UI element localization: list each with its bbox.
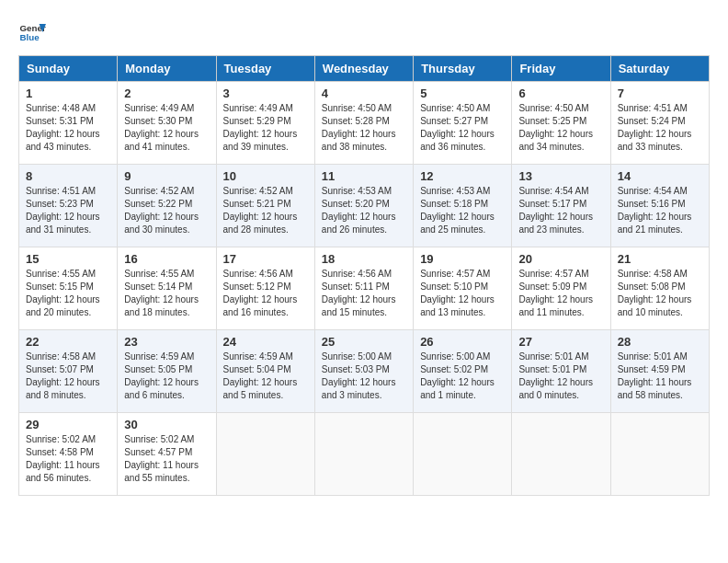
day-info: Sunrise: 4:59 AMSunset: 5:04 PMDaylight:… [223,350,308,402]
day-number: 23 [124,335,209,349]
day-info: Sunrise: 5:02 AMSunset: 4:58 PMDaylight:… [26,433,110,485]
calendar-week-row: 8Sunrise: 4:51 AMSunset: 5:23 PMDaylight… [19,165,710,247]
day-info: Sunrise: 4:49 AMSunset: 5:29 PMDaylight:… [223,102,308,154]
day-number: 10 [223,169,308,183]
calendar-week-row: 22Sunrise: 4:58 AMSunset: 5:07 PMDayligh… [19,330,710,413]
calendar-cell [414,413,512,496]
day-number: 30 [124,418,209,431]
day-number: 8 [26,169,110,183]
day-info: Sunrise: 4:55 AMSunset: 5:15 PMDaylight:… [26,268,110,319]
day-info: Sunrise: 4:56 AMSunset: 5:12 PMDaylight:… [223,268,308,319]
calendar-cell: 20Sunrise: 4:57 AMSunset: 5:09 PMDayligh… [512,247,610,330]
day-info: Sunrise: 4:53 AMSunset: 5:18 PMDaylight:… [420,185,505,236]
day-info: Sunrise: 4:53 AMSunset: 5:20 PMDaylight:… [322,185,406,236]
day-info: Sunrise: 4:57 AMSunset: 5:10 PMDaylight:… [420,268,505,319]
weekday-header-sunday: Sunday [19,56,118,82]
calendar-cell: 9Sunrise: 4:52 AMSunset: 5:22 PMDaylight… [118,165,216,247]
day-info: Sunrise: 4:59 AMSunset: 5:05 PMDaylight:… [124,350,209,402]
day-info: Sunrise: 4:54 AMSunset: 5:16 PMDaylight:… [618,185,702,236]
calendar-cell: 26Sunrise: 5:00 AMSunset: 5:02 PMDayligh… [414,330,512,413]
calendar-cell: 10Sunrise: 4:52 AMSunset: 5:21 PMDayligh… [216,165,314,247]
day-info: Sunrise: 4:50 AMSunset: 5:28 PMDaylight:… [322,102,406,154]
day-number: 17 [223,252,308,266]
day-info: Sunrise: 4:49 AMSunset: 5:30 PMDaylight:… [124,102,209,154]
day-info: Sunrise: 5:00 AMSunset: 5:03 PMDaylight:… [322,350,406,402]
weekday-header-saturday: Saturday [610,56,709,82]
weekday-header-monday: Monday [118,56,216,82]
day-number: 28 [618,335,702,349]
calendar-cell: 5Sunrise: 4:50 AMSunset: 5:27 PMDaylight… [414,82,512,165]
calendar-cell: 28Sunrise: 5:01 AMSunset: 4:59 PMDayligh… [610,330,709,413]
day-info: Sunrise: 4:55 AMSunset: 5:14 PMDaylight:… [124,268,209,319]
calendar-cell: 3Sunrise: 4:49 AMSunset: 5:29 PMDaylight… [216,82,314,165]
calendar-cell: 11Sunrise: 4:53 AMSunset: 5:20 PMDayligh… [314,165,413,247]
day-number: 29 [26,418,110,431]
logo-icon: General Blue [18,18,46,46]
day-number: 18 [322,252,406,266]
day-number: 2 [124,86,209,100]
day-number: 20 [518,252,603,266]
day-info: Sunrise: 4:52 AMSunset: 5:22 PMDaylight:… [124,185,209,236]
day-number: 24 [223,335,308,349]
day-number: 19 [420,252,505,266]
svg-text:Blue: Blue [20,32,40,42]
day-info: Sunrise: 4:52 AMSunset: 5:21 PMDaylight:… [223,185,308,236]
day-number: 11 [322,169,406,183]
calendar-cell [314,413,413,496]
weekday-header-friday: Friday [512,56,610,82]
calendar-cell: 27Sunrise: 5:01 AMSunset: 5:01 PMDayligh… [512,330,610,413]
day-info: Sunrise: 4:57 AMSunset: 5:09 PMDaylight:… [518,268,603,319]
day-number: 3 [223,86,308,100]
day-info: Sunrise: 4:51 AMSunset: 5:23 PMDaylight:… [26,185,110,236]
day-info: Sunrise: 4:54 AMSunset: 5:17 PMDaylight:… [518,185,603,236]
calendar-table: SundayMondayTuesdayWednesdayThursdayFrid… [18,55,710,496]
day-info: Sunrise: 4:51 AMSunset: 5:24 PMDaylight:… [618,102,702,154]
calendar-cell: 19Sunrise: 4:57 AMSunset: 5:10 PMDayligh… [414,247,512,330]
weekday-header-wednesday: Wednesday [314,56,413,82]
calendar-cell: 2Sunrise: 4:49 AMSunset: 5:30 PMDaylight… [118,82,216,165]
calendar-cell: 23Sunrise: 4:59 AMSunset: 5:05 PMDayligh… [118,330,216,413]
day-number: 9 [124,169,209,183]
day-info: Sunrise: 4:48 AMSunset: 5:31 PMDaylight:… [26,102,110,154]
day-number: 12 [420,169,505,183]
day-number: 14 [618,169,702,183]
calendar-cell: 6Sunrise: 4:50 AMSunset: 5:25 PMDaylight… [512,82,610,165]
calendar-cell: 18Sunrise: 4:56 AMSunset: 5:11 PMDayligh… [314,247,413,330]
day-number: 7 [618,86,702,100]
calendar-week-row: 15Sunrise: 4:55 AMSunset: 5:15 PMDayligh… [19,247,710,330]
calendar-cell [512,413,610,496]
day-info: Sunrise: 4:58 AMSunset: 5:08 PMDaylight:… [618,268,702,319]
day-number: 6 [518,86,603,100]
day-info: Sunrise: 5:01 AMSunset: 4:59 PMDaylight:… [618,350,702,402]
day-info: Sunrise: 4:50 AMSunset: 5:25 PMDaylight:… [518,102,603,154]
day-number: 16 [124,252,209,266]
calendar-cell: 8Sunrise: 4:51 AMSunset: 5:23 PMDaylight… [19,165,118,247]
day-number: 1 [26,86,110,100]
day-number: 21 [618,252,702,266]
calendar-cell [610,413,709,496]
day-info: Sunrise: 4:56 AMSunset: 5:11 PMDaylight:… [322,268,406,319]
calendar-cell: 21Sunrise: 4:58 AMSunset: 5:08 PMDayligh… [610,247,709,330]
day-info: Sunrise: 4:50 AMSunset: 5:27 PMDaylight:… [420,102,505,154]
calendar-cell: 7Sunrise: 4:51 AMSunset: 5:24 PMDaylight… [610,82,709,165]
day-info: Sunrise: 4:58 AMSunset: 5:07 PMDaylight:… [26,350,110,402]
day-info: Sunrise: 5:01 AMSunset: 5:01 PMDaylight:… [518,350,603,402]
weekday-header-row: SundayMondayTuesdayWednesdayThursdayFrid… [19,56,710,82]
calendar-cell: 14Sunrise: 4:54 AMSunset: 5:16 PMDayligh… [610,165,709,247]
calendar-cell: 16Sunrise: 4:55 AMSunset: 5:14 PMDayligh… [118,247,216,330]
calendar-cell: 22Sunrise: 4:58 AMSunset: 5:07 PMDayligh… [19,330,118,413]
calendar-cell: 13Sunrise: 4:54 AMSunset: 5:17 PMDayligh… [512,165,610,247]
weekday-header-tuesday: Tuesday [216,56,314,82]
day-number: 22 [26,335,110,349]
day-number: 25 [322,335,406,349]
page-header: General Blue [18,18,710,46]
day-number: 4 [322,86,406,100]
day-info: Sunrise: 5:00 AMSunset: 5:02 PMDaylight:… [420,350,505,402]
weekday-header-thursday: Thursday [414,56,512,82]
logo: General Blue [18,18,46,46]
calendar-cell: 30Sunrise: 5:02 AMSunset: 4:57 PMDayligh… [118,413,216,496]
day-number: 13 [518,169,603,183]
calendar-cell: 17Sunrise: 4:56 AMSunset: 5:12 PMDayligh… [216,247,314,330]
calendar-cell: 29Sunrise: 5:02 AMSunset: 4:58 PMDayligh… [19,413,118,496]
calendar-cell: 12Sunrise: 4:53 AMSunset: 5:18 PMDayligh… [414,165,512,247]
